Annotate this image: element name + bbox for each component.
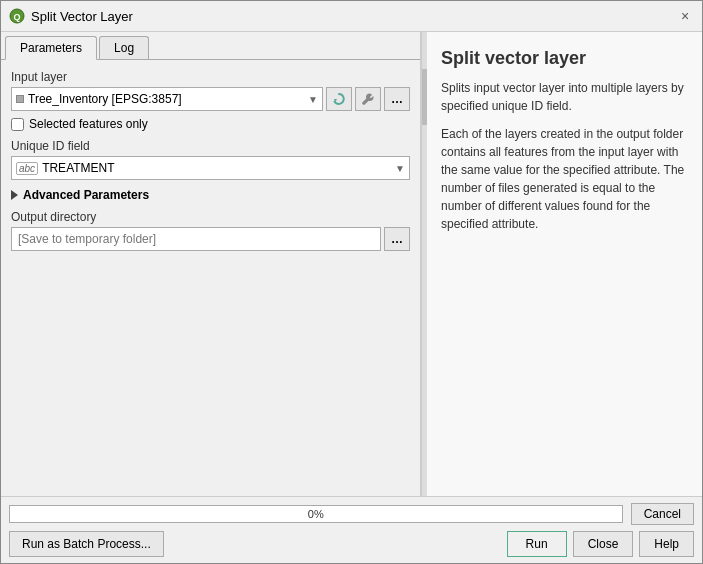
help-paragraph-2: Each of the layers created in the output…	[441, 125, 688, 233]
uid-badge: abc	[16, 162, 38, 175]
title-bar-left: Q Split Vector Layer	[9, 8, 133, 24]
input-layer-select[interactable]: Tree_Inventory [EPSG:3857] ▼	[11, 87, 323, 111]
help-button[interactable]: Help	[639, 531, 694, 557]
uid-select[interactable]: abc TREATMENT ▼	[11, 156, 410, 180]
progress-label: 0%	[308, 508, 324, 520]
output-dir-row: …	[11, 227, 410, 251]
ellipsis-icon: …	[391, 92, 403, 106]
input-layer-row: Tree_Inventory [EPSG:3857] ▼	[11, 87, 410, 111]
params-area: Input layer Tree_Inventory [EPSG:3857] ▼	[1, 60, 420, 496]
advanced-label: Advanced Parameters	[23, 188, 149, 202]
collapse-triangle-icon	[11, 190, 18, 200]
main-window: Q Split Vector Layer × Parameters Log In…	[0, 0, 703, 564]
output-dir-input[interactable]	[11, 227, 381, 251]
wrench-icon	[361, 92, 375, 106]
right-panel: Split vector layer Splits input vector l…	[427, 32, 702, 496]
run-button[interactable]: Run	[507, 531, 567, 557]
output-dir-label: Output directory	[11, 210, 410, 224]
dropdown-arrow-icon: ▼	[308, 94, 318, 105]
layer-dot-icon	[16, 95, 24, 103]
progress-row: 0% Cancel	[9, 503, 694, 525]
browse-ellipsis-icon: …	[391, 232, 403, 246]
action-row: Run as Batch Process... Run Close Help	[9, 531, 694, 557]
window-close-button[interactable]: ×	[676, 7, 694, 25]
app-icon: Q	[9, 8, 25, 24]
progress-bar-container: 0%	[9, 505, 623, 523]
unique-id-label: Unique ID field	[11, 139, 410, 153]
layer-select-value: Tree_Inventory [EPSG:3857]	[28, 92, 182, 106]
selected-features-checkbox[interactable]	[11, 118, 24, 131]
action-buttons: Run Close Help	[507, 531, 694, 557]
svg-text:Q: Q	[13, 12, 20, 22]
help-title: Split vector layer	[441, 48, 688, 69]
settings-button[interactable]	[355, 87, 381, 111]
main-content: Parameters Log Input layer Tree_Inventor…	[1, 32, 702, 496]
input-layer-label: Input layer	[11, 70, 410, 84]
close-dialog-button[interactable]: Close	[573, 531, 634, 557]
selected-features-row: Selected features only	[11, 117, 410, 131]
left-panel: Parameters Log Input layer Tree_Inventor…	[1, 32, 421, 496]
tab-parameters[interactable]: Parameters	[5, 36, 97, 60]
help-paragraph-1: Splits input vector layer into multiple …	[441, 79, 688, 115]
window-title: Split Vector Layer	[31, 9, 133, 24]
uid-dropdown-arrow-icon: ▼	[395, 163, 405, 174]
title-bar: Q Split Vector Layer ×	[1, 1, 702, 32]
refresh-icon	[332, 92, 346, 106]
output-dir-browse-button[interactable]: …	[384, 227, 410, 251]
cancel-button[interactable]: Cancel	[631, 503, 694, 525]
tab-log[interactable]: Log	[99, 36, 149, 59]
refresh-button[interactable]	[326, 87, 352, 111]
tab-bar: Parameters Log	[1, 32, 420, 60]
batch-process-button[interactable]: Run as Batch Process...	[9, 531, 164, 557]
bottom-bar: 0% Cancel Run as Batch Process... Run Cl…	[1, 496, 702, 563]
ellipsis-button[interactable]: …	[384, 87, 410, 111]
advanced-params-row[interactable]: Advanced Parameters	[11, 188, 410, 202]
selected-features-label[interactable]: Selected features only	[29, 117, 148, 131]
uid-value: TREATMENT	[42, 161, 114, 175]
